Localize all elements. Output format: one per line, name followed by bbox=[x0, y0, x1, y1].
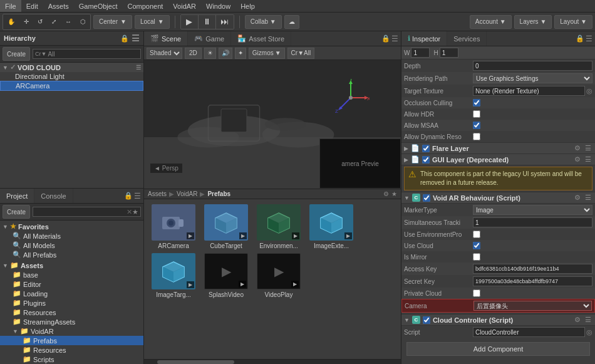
occlusion-checkbox[interactable] bbox=[473, 99, 480, 107]
menu-component[interactable]: Component bbox=[122, 0, 168, 12]
scene-all-dropdown[interactable]: Cr▼All bbox=[287, 48, 315, 59]
tree-item-streaming[interactable]: 📁 StreamingAssets bbox=[0, 317, 143, 326]
flare-enabled-checkbox[interactable] bbox=[422, 145, 430, 152]
collab-dropdown[interactable]: Collab ▼ bbox=[245, 15, 282, 29]
cloud-controller-enabled-checkbox[interactable] bbox=[423, 316, 430, 324]
add-component-button[interactable]: Add Component bbox=[406, 342, 590, 356]
cloud-controller-section-header[interactable]: ▼ C Cloud Controller (Script) ⚙ ☰ bbox=[401, 314, 595, 326]
play-button[interactable]: ▶ bbox=[181, 15, 199, 29]
void-ar-menu-icon[interactable]: ☰ bbox=[584, 194, 592, 202]
cloud-script-circle-icon[interactable]: ◎ bbox=[586, 328, 592, 336]
tree-item-voidar[interactable]: ▼ 📁 VoidAR bbox=[0, 326, 143, 336]
scene-fx-btn[interactable]: ✦ bbox=[235, 48, 246, 59]
tree-item-base[interactable]: 📁 base bbox=[0, 270, 143, 279]
gui-menu-icon[interactable]: ☰ bbox=[584, 155, 592, 164]
camera-select[interactable]: 后置摄像头 bbox=[473, 301, 592, 311]
cloud-script-value[interactable]: CloudController bbox=[473, 327, 585, 337]
assets-header[interactable]: ▼ 📁 Assets bbox=[0, 261, 143, 270]
fav-all-prefabs[interactable]: 🔍 All Prefabs bbox=[0, 250, 143, 259]
tab-console[interactable]: Console bbox=[34, 189, 73, 203]
tool-transform[interactable]: ⬡ bbox=[76, 15, 90, 29]
project-tree[interactable]: ▼ ★ Favorites 🔍 All Materials 🔍 All Mode… bbox=[0, 221, 143, 364]
w-input[interactable] bbox=[411, 48, 430, 58]
menu-file[interactable]: File bbox=[0, 0, 21, 12]
pivot-dropdown[interactable]: Center ▼ bbox=[93, 15, 132, 29]
tab-inspector[interactable]: ℹ Inspector bbox=[401, 31, 447, 46]
asset-cubetarget[interactable]: ▶ CubeTarget bbox=[202, 204, 251, 249]
tool-rotate[interactable]: ↺ bbox=[34, 15, 46, 29]
fav-all-models[interactable]: 🔍 All Models bbox=[0, 241, 143, 250]
shading-dropdown[interactable]: Shaded bbox=[147, 48, 182, 59]
breadcrumb-assets[interactable]: Assets bbox=[148, 190, 167, 197]
pause-button[interactable]: ⏸ bbox=[199, 15, 216, 29]
menu-edit[interactable]: Edit bbox=[21, 0, 43, 12]
scene-audio-btn[interactable]: 🔊 bbox=[219, 48, 232, 59]
menu-gameobject[interactable]: GameObject bbox=[74, 0, 123, 12]
hierarchy-content[interactable]: ▼ ✓ VOID CLOUD ☰ Directional Light ARCam… bbox=[0, 63, 143, 188]
rendering-path-select[interactable]: Use Graphics Settings bbox=[473, 73, 592, 83]
tab-project[interactable]: Project bbox=[0, 189, 34, 203]
cloud-settings-icon[interactable]: ⚙ bbox=[573, 316, 582, 324]
access-key-input[interactable] bbox=[473, 264, 592, 274]
menu-help[interactable]: Help bbox=[235, 0, 260, 12]
secret-key-input[interactable] bbox=[473, 276, 592, 286]
void-ar-settings-icon[interactable]: ⚙ bbox=[573, 194, 582, 202]
void-ar-enabled-checkbox[interactable] bbox=[423, 194, 430, 202]
asset-splashvideo[interactable]: ▶ ▶ SplashVideo bbox=[202, 253, 251, 298]
menu-voidar[interactable]: VoidAR bbox=[168, 0, 201, 12]
layout-dropdown[interactable]: Layout ▼ bbox=[554, 15, 592, 29]
tool-scale[interactable]: ⤢ bbox=[48, 15, 60, 29]
project-search-input[interactable] bbox=[35, 209, 127, 216]
breadcrumb-voidar[interactable]: VoidAR bbox=[177, 190, 197, 197]
depth-input[interactable] bbox=[473, 61, 592, 71]
project-create-btn[interactable]: Create bbox=[3, 205, 30, 219]
hierarchy-item-arcamera[interactable]: ARCamera bbox=[0, 81, 143, 91]
project-search-box[interactable]: ✕ ★ bbox=[33, 207, 141, 217]
asset-settings-icon[interactable]: ⚙ bbox=[383, 190, 389, 197]
menu-assets[interactable]: Assets bbox=[43, 0, 74, 12]
hierarchy-create-btn[interactable]: Create bbox=[3, 47, 30, 61]
account-dropdown[interactable]: Account ▼ bbox=[470, 15, 512, 29]
private-cloud-checkbox[interactable] bbox=[473, 289, 480, 297]
cloud-button[interactable]: ☁ bbox=[284, 15, 299, 29]
layers-dropdown[interactable]: Layers ▼ bbox=[514, 15, 552, 29]
allow-hdr-checkbox[interactable] bbox=[473, 110, 480, 118]
scene-light-btn[interactable]: ☀ bbox=[204, 48, 216, 59]
tree-item-resources[interactable]: 📁 Resources bbox=[0, 308, 143, 317]
h-input[interactable] bbox=[440, 48, 458, 58]
allow-dynamic-checkbox[interactable] bbox=[473, 133, 480, 140]
allow-msaa-checkbox[interactable] bbox=[473, 122, 480, 129]
tab-game[interactable]: 🎮 Game bbox=[188, 31, 231, 46]
asset-environment[interactable]: ▶ Environmen... bbox=[254, 204, 303, 249]
space-dropdown[interactable]: Local ▼ bbox=[135, 15, 170, 29]
fav-all-materials[interactable]: 🔍 All Materials bbox=[0, 231, 143, 241]
flare-settings-icon[interactable]: ⚙ bbox=[573, 144, 582, 152]
tree-item-editor[interactable]: 📁 Editor bbox=[0, 279, 143, 289]
use-envpro-checkbox[interactable] bbox=[473, 231, 480, 238]
hierarchy-root-item[interactable]: ▼ ✓ VOID CLOUD ☰ bbox=[0, 63, 143, 72]
gui-enabled-checkbox[interactable] bbox=[422, 156, 430, 164]
favorites-header[interactable]: ▼ ★ Favorites bbox=[0, 222, 143, 231]
tool-move[interactable]: ✛ bbox=[20, 15, 33, 29]
tree-item-plugins[interactable]: 📁 Plugins bbox=[0, 298, 143, 308]
asset-imageextender[interactable]: ▶ ImageExte... bbox=[307, 204, 356, 249]
scene-2d-btn[interactable]: 2D bbox=[185, 48, 202, 59]
void-ar-section-header[interactable]: ▼ C Void AR Behaviour (Script) ⚙ ☰ bbox=[401, 192, 595, 204]
tool-hand[interactable]: ✋ bbox=[4, 15, 19, 29]
asset-scrollbar-h[interactable] bbox=[144, 359, 401, 364]
target-texture-display[interactable]: None (Render Texture) bbox=[473, 86, 585, 96]
asset-imagetarget[interactable]: ▶ ImageTarg... bbox=[149, 253, 198, 298]
tree-item-prefabs[interactable]: 📁 Prefabs bbox=[0, 336, 143, 345]
flare-menu-icon[interactable]: ☰ bbox=[584, 144, 592, 152]
use-cloud-checkbox[interactable] bbox=[473, 242, 480, 249]
hierarchy-item-dirlight[interactable]: Directional Light bbox=[0, 72, 143, 81]
breadcrumb-prefabs[interactable]: Prefabs bbox=[207, 190, 230, 197]
tool-rect[interactable]: ↔ bbox=[61, 15, 75, 29]
tree-item-voidar-resources[interactable]: 📁 Resources bbox=[0, 345, 143, 355]
menu-window[interactable]: Window bbox=[201, 0, 235, 12]
asset-star-icon[interactable]: ★ bbox=[391, 190, 397, 197]
markertype-select[interactable]: Image bbox=[473, 205, 592, 215]
tab-services[interactable]: Services bbox=[447, 31, 487, 46]
tab-scene[interactable]: 🎬 Scene bbox=[144, 31, 188, 46]
asset-videoplay[interactable]: ▶ ▶ VideoPlay bbox=[254, 253, 303, 298]
